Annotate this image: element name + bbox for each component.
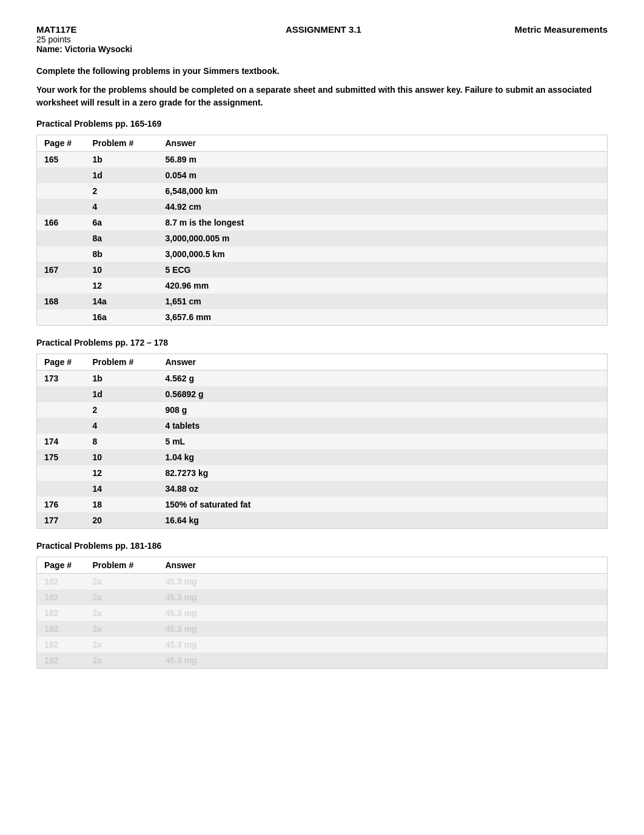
cell-problem-0-10: 16a (86, 309, 158, 326)
cell-answer-1-7: 34.88 oz (158, 481, 608, 497)
cell-problem-0-8: 12 (86, 278, 158, 293)
cell-answer-1-4: 5 mL (158, 434, 608, 449)
table-row: 8b3,000,000.5 km (37, 246, 608, 262)
col-header-0-1: Problem # (86, 135, 158, 152)
table-row: 1d0.56892 g (37, 386, 608, 402)
cell-problem-1-8: 18 (86, 497, 158, 512)
cell-page-1-8: 176 (37, 497, 86, 512)
course-code: MAT117E (36, 24, 132, 35)
cell-page-0-5 (37, 230, 86, 246)
table-0: Page #Problem #Answer1651b56.89 m1d0.054… (36, 135, 608, 326)
cell-problem-0-4: 6a (86, 215, 158, 230)
cell-answer-1-0: 4.562 g (158, 371, 608, 387)
col-header-0-2: Answer (158, 135, 608, 152)
table-row: 1822a45.3 mg (37, 589, 608, 605)
cell-answer-1-1: 0.56892 g (158, 386, 608, 402)
section-title-0: Practical Problems pp. 165-169 (36, 119, 608, 129)
cell-answer-0-6: 3,000,000.5 km (158, 246, 608, 262)
table-row: 1822a45.3 mg (37, 637, 608, 652)
cell-problem-1-6: 12 (86, 465, 158, 481)
cell-page-1-3 (37, 418, 86, 434)
cell-page-0-3 (37, 199, 86, 215)
tables-container: Practical Problems pp. 165-169Page #Prob… (36, 119, 608, 669)
table-row: 1822a45.3 mg (37, 621, 608, 637)
cell-problem-1-5: 10 (86, 449, 158, 465)
cell-answer-0-3: 44.92 cm (158, 199, 608, 215)
cell-answer-0-8: 420.96 mm (158, 278, 608, 293)
col-header-2-1: Problem # (86, 557, 158, 574)
table-row: 1666a8.7 m is the longest (37, 215, 608, 230)
cell-problem-1-0: 1b (86, 371, 158, 387)
table-row: 1822a45.3 mg (37, 652, 608, 669)
table-row: 8a3,000,000.005 m (37, 230, 608, 246)
table-1: Page #Problem #Answer1731b4.562 g1d0.568… (36, 354, 608, 529)
cell-page-0-4: 166 (37, 215, 86, 230)
col-header-2-0: Page # (37, 557, 86, 574)
cell-problem-0-6: 8b (86, 246, 158, 262)
table-row: 1731b4.562 g (37, 371, 608, 387)
cell-page-0-9: 168 (37, 293, 86, 309)
col-header-1-1: Problem # (86, 354, 158, 371)
section-title-2: Practical Problems pp. 181-186 (36, 541, 608, 551)
cell-page-0-0: 165 (37, 152, 86, 168)
instruction-line1: Complete the following problems in your … (36, 65, 608, 78)
cell-answer-1-5: 1.04 kg (158, 449, 608, 465)
cell-problem-1-9: 20 (86, 512, 158, 529)
cell-answer-1-6: 82.7273 kg (158, 465, 608, 481)
col-header-0-0: Page # (37, 135, 86, 152)
cell-page-0-1 (37, 167, 86, 183)
table-row: 1434.88 oz (37, 481, 608, 497)
cell-problem-1-3: 4 (86, 418, 158, 434)
table-2: Page #Problem #Answer1822a45.3 mg1822a45… (36, 557, 608, 669)
cell-answer-0-1: 0.054 m (158, 167, 608, 183)
cell-page-0-7: 167 (37, 262, 86, 278)
cell-answer-0-4: 8.7 m is the longest (158, 215, 608, 230)
cell-page-1-7 (37, 481, 86, 497)
doc-title: Metric Measurements (515, 24, 608, 35)
cell-page-1-9: 177 (37, 512, 86, 529)
cell-answer-1-9: 16.64 kg (158, 512, 608, 529)
cell-answer-1-3: 4 tablets (158, 418, 608, 434)
table-row: 26,548,000 km (37, 183, 608, 199)
cell-problem-1-4: 8 (86, 434, 158, 449)
cell-answer-0-5: 3,000,000.005 m (158, 230, 608, 246)
cell-page-1-4: 174 (37, 434, 86, 449)
cell-problem-0-5: 8a (86, 230, 158, 246)
table-row: 1651b56.89 m (37, 152, 608, 168)
cell-problem-0-2: 2 (86, 183, 158, 199)
cell-answer-1-8: 150% of saturated fat (158, 497, 608, 512)
instructions: Complete the following problems in your … (36, 65, 608, 109)
cell-problem-1-2: 2 (86, 402, 158, 418)
cell-answer-1-2: 908 g (158, 402, 608, 418)
cell-problem-1-1: 1d (86, 386, 158, 402)
table-row: 1822a45.3 mg (37, 605, 608, 621)
cell-answer-0-7: 5 ECG (158, 262, 608, 278)
table-row: 1772016.64 kg (37, 512, 608, 529)
col-header-1-2: Answer (158, 354, 608, 371)
cell-problem-1-7: 14 (86, 481, 158, 497)
section-title-1: Practical Problems pp. 172 – 178 (36, 338, 608, 347)
cell-page-0-6 (37, 246, 86, 262)
cell-answer-0-10: 3,657.6 mm (158, 309, 608, 326)
cell-page-0-10 (37, 309, 86, 326)
table-row: 167105 ECG (37, 262, 608, 278)
table-row: 1822a45.3 mg (37, 574, 608, 590)
instruction-line2: Your work for the problems should be com… (36, 84, 608, 109)
cell-page-1-0: 173 (37, 371, 86, 387)
cell-problem-0-9: 14a (86, 293, 158, 309)
table-row: 2908 g (37, 402, 608, 418)
table-row: 1d0.054 m (37, 167, 608, 183)
page-header: MAT117E 25 points Name: Victoria Wysocki… (36, 24, 608, 54)
table-row: 17618150% of saturated fat (37, 497, 608, 512)
header-left: MAT117E 25 points Name: Victoria Wysocki (36, 24, 132, 54)
cell-answer-0-0: 56.89 m (158, 152, 608, 168)
table-row: 44 tablets (37, 418, 608, 434)
cell-page-0-8 (37, 278, 86, 293)
table-row: 12420.96 mm (37, 278, 608, 293)
points: 25 points (36, 35, 132, 44)
table-row: 16a3,657.6 mm (37, 309, 608, 326)
cell-page-1-1 (37, 386, 86, 402)
table-row: 1282.7273 kg (37, 465, 608, 481)
cell-problem-0-3: 4 (86, 199, 158, 215)
cell-answer-0-9: 1,651 cm (158, 293, 608, 309)
